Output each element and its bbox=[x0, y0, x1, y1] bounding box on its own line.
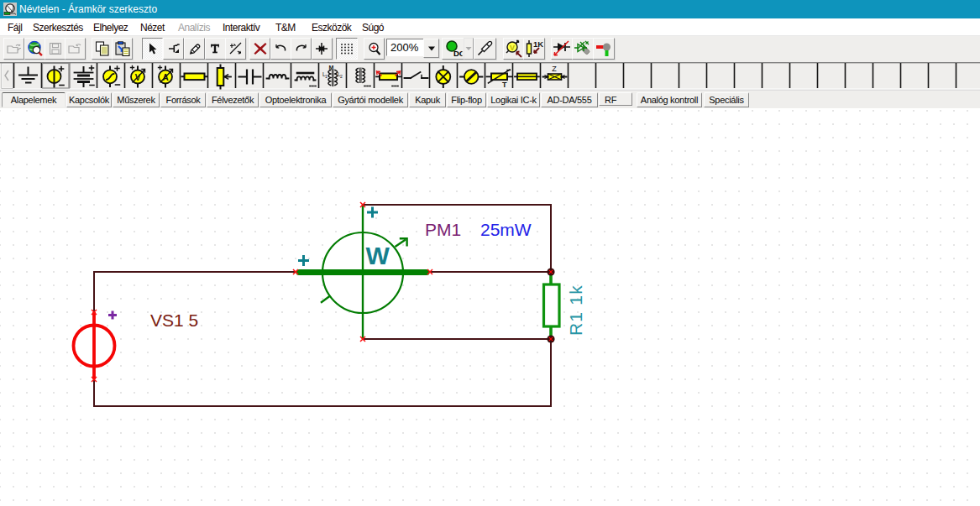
svg-text:1: 1 bbox=[325, 74, 328, 79]
svg-text:25mW: 25mW bbox=[480, 220, 532, 239]
svg-text:2: 2 bbox=[340, 74, 343, 79]
svg-text:R1 1k: R1 1k bbox=[566, 284, 585, 336]
svg-text:1K: 1K bbox=[533, 39, 543, 49]
svg-text:Z: Z bbox=[552, 65, 557, 73]
svg-text:T: T bbox=[502, 81, 507, 89]
svg-text:PM1: PM1 bbox=[425, 220, 461, 239]
svg-text:M: M bbox=[329, 65, 334, 70]
svg-text:V: V bbox=[510, 44, 515, 52]
svg-text:VS1 5: VS1 5 bbox=[150, 310, 198, 330]
svg-text:A: A bbox=[162, 73, 168, 82]
svg-text:W: W bbox=[366, 242, 390, 269]
svg-text:DC: DC bbox=[453, 49, 463, 58]
svg-text:V: V bbox=[135, 73, 141, 82]
